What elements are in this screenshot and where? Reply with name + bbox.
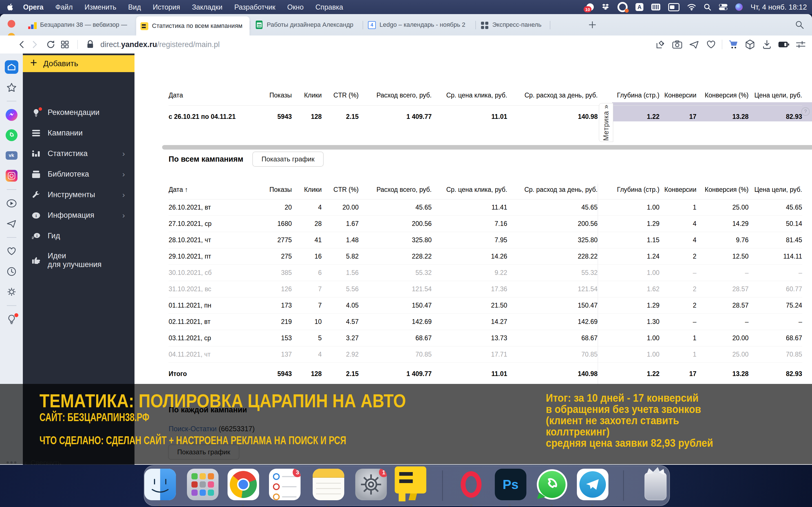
speed-dial-home-icon[interactable] <box>5 60 18 74</box>
battery-saver-icon[interactable] <box>777 38 790 51</box>
lock-icon[interactable] <box>84 38 96 51</box>
column-header[interactable]: CTR (%) <box>322 184 359 200</box>
dock-reminders-icon[interactable]: 3 <box>269 469 301 500</box>
messenger-icon[interactable] <box>5 108 18 122</box>
sidebar-item-campaigns[interactable]: Кампании <box>23 123 135 144</box>
apple-menu-icon[interactable] <box>7 3 13 11</box>
favorites-heart-icon[interactable] <box>5 244 18 258</box>
column-header[interactable]: Клики <box>292 88 322 106</box>
sidebar-item-guide[interactable]: i Гид <box>23 226 135 246</box>
new-tab-button[interactable] <box>588 20 597 29</box>
whatsapp-icon[interactable] <box>5 128 18 142</box>
bookmark-heart-icon[interactable] <box>705 38 717 51</box>
vk-icon[interactable]: vk <box>5 149 18 162</box>
window-close-button[interactable] <box>8 20 15 27</box>
shopping-cart-icon[interactable] <box>727 38 739 51</box>
column-header[interactable]: Ср. расход за день, руб. <box>507 184 598 200</box>
dock-trash-icon[interactable] <box>640 469 671 500</box>
siri-icon[interactable] <box>735 3 743 11</box>
sidebar-item-tools[interactable]: Инструменты › <box>23 184 135 205</box>
settings-gear-icon[interactable] <box>5 285 18 298</box>
column-header[interactable]: Конверсии <box>659 184 696 200</box>
url-bar[interactable]: direct.yandex.ru/registered/main.pl <box>100 40 220 49</box>
forward-button[interactable] <box>28 38 41 51</box>
tab-sheets[interactable]: Работы дизайнера Александр <box>251 14 363 36</box>
my-flow-icon[interactable] <box>5 217 18 230</box>
column-header[interactable]: Цена цели, руб. <box>749 88 802 106</box>
display-icon[interactable] <box>668 3 679 11</box>
dock-launchpad-icon[interactable] <box>187 469 218 500</box>
barcode-icon[interactable] <box>651 4 660 10</box>
column-header[interactable]: Глубина (стр.) <box>598 184 659 200</box>
tips-bulb-icon[interactable] <box>5 313 18 326</box>
column-header[interactable]: Дата ↑ <box>168 184 239 200</box>
instagram-icon[interactable] <box>5 169 18 182</box>
sidebar-item-ideas[interactable]: Идеи для улучшения <box>23 246 135 274</box>
menubar-clock[interactable]: Чт, 4 нояб. 18:12 <box>751 3 807 11</box>
status-app-icon[interactable]: 10 <box>587 3 594 11</box>
wifi-icon[interactable] <box>688 4 696 10</box>
horizontal-scrollbar[interactable] <box>162 145 812 150</box>
dropbox-icon[interactable] <box>602 3 610 11</box>
pin-tab-icon[interactable] <box>654 38 666 51</box>
menu-file[interactable]: Файл <box>55 3 72 11</box>
menu-opera[interactable]: Opera <box>23 3 43 11</box>
spotlight-search-icon[interactable] <box>704 3 711 11</box>
menu-developer[interactable]: Разработчик <box>234 3 275 11</box>
column-header[interactable]: Цена цели, руб. <box>749 184 802 200</box>
reload-button[interactable] <box>45 38 57 51</box>
metrika-tab[interactable]: Метрика » <box>599 103 613 142</box>
menu-help[interactable]: Справка <box>315 3 343 11</box>
column-header[interactable]: CTR (%) <box>322 88 359 106</box>
column-header[interactable]: Расход всего, руб. <box>359 184 432 200</box>
menu-bookmarks[interactable]: Закладки <box>192 3 222 11</box>
easy-setup-sliders-icon[interactable] <box>795 38 807 51</box>
tab-speed-dial[interactable]: Экспресс-панель <box>476 14 549 36</box>
column-header[interactable]: Клики <box>292 184 322 200</box>
send-to-flow-icon[interactable] <box>688 38 700 51</box>
history-clock-icon[interactable] <box>5 265 18 278</box>
dock-chrome-icon[interactable] <box>227 469 259 500</box>
column-header[interactable]: Ср. цена клика, руб. <box>432 184 507 200</box>
menu-view[interactable]: Вид <box>128 3 141 11</box>
menu-window[interactable]: Окно <box>287 3 304 11</box>
tab-calendar[interactable]: 4 Ledgo – календарь - ноябрь 2 <box>364 14 474 36</box>
sidebar-item-recommendations[interactable]: Рекомендации <box>23 102 135 123</box>
help-icon[interactable]: ? <box>801 107 810 116</box>
snapshot-camera-icon[interactable] <box>671 38 683 51</box>
column-header[interactable]: Ср. цена клика, руб. <box>432 88 507 106</box>
tab-metrica[interactable]: Безцарапин 38 — вебвизор — <box>24 14 135 36</box>
tab-search-icon[interactable] <box>795 20 804 29</box>
dock-finder-icon[interactable] <box>144 469 176 500</box>
bookmarks-star-icon[interactable] <box>5 80 18 94</box>
dock-photoshop-icon[interactable]: Ps <box>495 469 526 500</box>
tab-direct-stats[interactable]: Статистика по всем кампаниям <box>136 16 250 36</box>
dock-telegram-icon[interactable] <box>577 469 608 500</box>
show-chart-button[interactable]: Показать график <box>252 152 324 167</box>
column-header[interactable]: Расход всего, руб. <box>359 88 432 106</box>
menu-history[interactable]: История <box>153 3 180 11</box>
sidebar-item-statistics[interactable]: Статистика › <box>23 144 135 164</box>
notification-app-icon[interactable] <box>617 2 627 12</box>
sidebar-item-library[interactable]: Библиотека › <box>23 164 135 184</box>
player-icon[interactable] <box>5 196 18 210</box>
speed-dial-button[interactable] <box>59 38 71 51</box>
back-button[interactable] <box>16 38 28 51</box>
control-center-icon[interactable] <box>719 4 727 10</box>
column-header[interactable]: Ср. расход за день, руб. <box>507 88 598 106</box>
column-header[interactable]: Конверсии <box>659 88 696 106</box>
column-header[interactable]: Конверсия (%) <box>696 88 749 106</box>
column-header[interactable]: Показы <box>239 184 292 200</box>
downloads-icon[interactable] <box>761 38 773 51</box>
input-source-icon[interactable]: A <box>636 3 644 11</box>
dock-yandex-direct-icon[interactable] <box>395 466 426 501</box>
menu-edit[interactable]: Изменить <box>85 3 116 11</box>
column-header[interactable]: Показы <box>239 88 292 106</box>
dock-settings-icon[interactable]: 1 <box>355 469 387 500</box>
column-header[interactable]: Дата <box>168 88 239 106</box>
add-button[interactable]: + Добавить <box>23 55 135 72</box>
dock-opera-icon[interactable] <box>455 469 487 500</box>
column-header[interactable]: Конверсия (%) <box>696 184 749 200</box>
dock-whatsapp-icon[interactable] <box>536 469 568 500</box>
dock-notes-icon[interactable] <box>313 469 344 500</box>
